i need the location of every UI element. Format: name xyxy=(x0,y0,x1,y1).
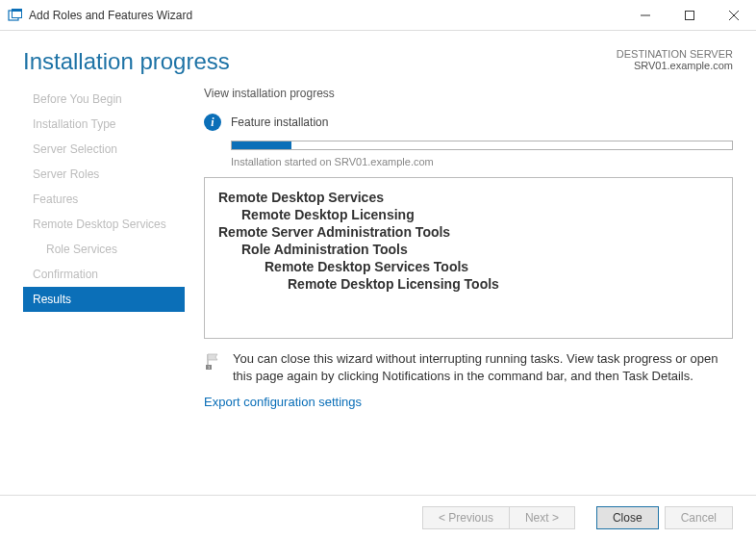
step-results: Results xyxy=(23,287,185,312)
status-text: Feature installation xyxy=(231,116,328,129)
step-role-services: Role Services xyxy=(23,237,185,262)
flag-icon: 1 xyxy=(204,352,223,372)
tree-item: Remote Desktop Licensing xyxy=(241,207,718,222)
tree-item: Remote Desktop Licensing Tools xyxy=(288,276,718,292)
step-confirmation: Confirmation xyxy=(23,262,185,287)
step-installation-type: Installation Type xyxy=(23,112,185,137)
wizard-footer: < Previous Next > Close Cancel xyxy=(0,495,756,539)
page-title: Installation progress xyxy=(23,48,230,75)
close-window-button[interactable] xyxy=(712,0,756,30)
feature-tree: Remote Desktop Services Remote Desktop L… xyxy=(204,177,733,339)
view-label: View installation progress xyxy=(204,87,733,100)
step-features: Features xyxy=(23,187,185,212)
info-icon: i xyxy=(204,114,221,131)
cancel-button: Cancel xyxy=(665,506,733,529)
status-row: i Feature installation xyxy=(204,114,733,131)
previous-button: < Previous xyxy=(422,506,509,529)
hint-text: You can close this wizard without interr… xyxy=(233,350,733,385)
tree-item: Remote Desktop Services xyxy=(218,190,718,205)
export-settings-link[interactable]: Export configuration settings xyxy=(204,395,362,409)
step-server-selection: Server Selection xyxy=(23,137,185,162)
destination-value: SRV01.example.com xyxy=(617,60,733,71)
wizard-content: View installation progress i Feature ins… xyxy=(185,83,733,495)
step-server-roles: Server Roles xyxy=(23,162,185,187)
svg-rect-5 xyxy=(686,11,694,19)
hint-row: 1 You can close this wizard without inte… xyxy=(204,350,733,385)
wizard-header: Installation progress DESTINATION SERVER… xyxy=(0,31,756,83)
wizard-steps: Before You Begin Installation Type Serve… xyxy=(23,83,185,495)
sub-status: Installation started on SRV01.example.co… xyxy=(231,156,733,167)
tree-item: Role Administration Tools xyxy=(241,242,718,257)
progress-fill xyxy=(232,141,291,149)
window-buttons xyxy=(623,0,756,30)
step-remote-desktop-services: Remote Desktop Services xyxy=(23,212,185,237)
next-button: Next > xyxy=(509,506,575,529)
tree-item: Remote Desktop Services Tools xyxy=(265,259,718,274)
titlebar: Add Roles and Features Wizard xyxy=(0,0,756,31)
svg-rect-3 xyxy=(13,10,21,12)
window-title: Add Roles and Features Wizard xyxy=(29,9,623,22)
step-before-you-begin: Before You Begin xyxy=(23,87,185,112)
tree-item: Remote Server Administration Tools xyxy=(218,224,718,240)
app-icon xyxy=(8,8,23,23)
maximize-button[interactable] xyxy=(668,0,712,30)
destination-label: DESTINATION SERVER xyxy=(617,48,733,60)
close-button[interactable]: Close xyxy=(596,506,659,529)
destination-server: DESTINATION SERVER SRV01.example.com xyxy=(617,48,733,71)
progress-bar xyxy=(231,141,733,150)
minimize-button[interactable] xyxy=(623,0,668,30)
